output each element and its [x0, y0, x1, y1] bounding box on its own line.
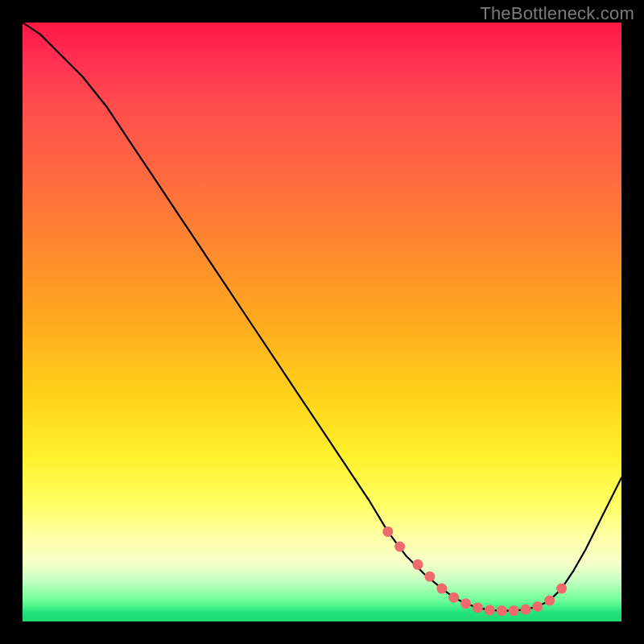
heat-gradient-plot [23, 23, 621, 621]
trough-marker [521, 605, 531, 615]
trough-marker [436, 584, 447, 594]
trough-marker [460, 598, 471, 609]
trough-marker [485, 605, 495, 615]
trough-marker [497, 605, 507, 616]
trough-marker [532, 601, 543, 612]
chart-frame: TheBottleneck.com [0, 0, 644, 644]
bottleneck-curve [23, 23, 621, 611]
attribution-text: TheBottleneck.com [480, 3, 634, 24]
trough-marker [413, 559, 423, 570]
trough-marker [544, 596, 555, 606]
trough-marker [448, 592, 459, 603]
trough-marker [394, 542, 405, 552]
curve-layer [23, 23, 621, 621]
trough-marker [556, 584, 567, 594]
trough-marker [424, 572, 435, 582]
trough-marker [509, 605, 519, 616]
trough-marker [382, 526, 393, 537]
trough-marker [473, 602, 483, 613]
